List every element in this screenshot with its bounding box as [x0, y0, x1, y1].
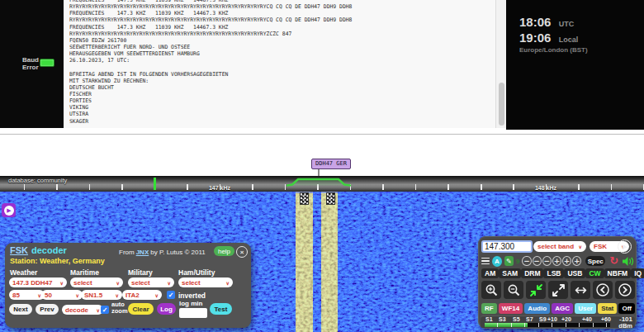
local-time: 19:06 — [519, 31, 551, 45]
plus-icon: + — [564, 258, 571, 265]
mode-button-usb[interactable]: USB — [564, 268, 585, 278]
bandwidth-minus-button[interactable]: − — [533, 256, 542, 266]
mode-button-iq[interactable]: IQ — [631, 268, 644, 278]
next-button[interactable]: Next — [9, 304, 32, 315]
zoom-to-signal-button[interactable] — [526, 281, 546, 299]
shift-value: 50 — [45, 292, 52, 299]
step-up-button[interactable] — [615, 281, 635, 299]
off-button[interactable]: Off — [618, 303, 635, 314]
console-scrollbar[interactable] — [495, 0, 507, 128]
receiver-control-panel: select band∨ FSK∨ ▶ A ✎ 9 − − − + + + Sp… — [478, 236, 637, 329]
start-receiver-button[interactable]: ▶ — [618, 240, 632, 254]
sdr-app-screen: Baud Error FREQUENCIES 147.3 KHZ 11039 K… — [0, 0, 644, 332]
mode-button-sam[interactable]: SAM — [499, 268, 521, 278]
fsk-link[interactable]: FSK — [10, 245, 28, 255]
log-min-input[interactable] — [179, 308, 207, 318]
bandwidth-minus-button[interactable]: − — [522, 256, 531, 266]
weather-station-select[interactable]: 147.3 DDH47∨ — [9, 277, 67, 287]
station-bookmark-tag[interactable]: DDH47 GER — [311, 159, 351, 169]
mode-button-drm[interactable]: DRM — [521, 268, 543, 278]
console-line: FREQUENCIES 147.3 KHZ 11039 KHZ 14467.3 … — [69, 24, 495, 31]
zoom-full-band-button[interactable] — [548, 281, 568, 299]
check-icon: ✓ — [168, 292, 174, 299]
maritime-station-select[interactable]: select∨ — [70, 277, 123, 287]
band-select[interactable]: select band∨ — [533, 241, 586, 252]
filter-select[interactable]: SN1.5∨ — [81, 290, 122, 300]
clear-button[interactable]: Clear — [128, 303, 154, 315]
chevron-down-icon: ∨ — [168, 280, 171, 286]
minus-icon: − — [523, 258, 530, 265]
chevron-down-icon: ∨ — [97, 307, 100, 313]
utc-time: 18:06 — [519, 15, 551, 29]
user-button[interactable]: User — [575, 303, 596, 314]
play-triangle-icon: ▶ — [7, 207, 11, 214]
waterfall-button[interactable]: WF14 — [499, 303, 523, 314]
inverted-label: inverted — [178, 292, 206, 300]
mode-button-cw[interactable]: CW — [585, 268, 604, 278]
ham-utility-select[interactable]: select∨ — [178, 277, 233, 287]
mode-button-lsb[interactable]: LSB — [543, 268, 564, 278]
console-scrollbar-thumb[interactable] — [499, 83, 504, 126]
console-line: 26.10.2023, 17 UTC: — [69, 57, 495, 64]
smeter-label: +20 — [561, 316, 571, 322]
baud-error-label: Baud Error — [22, 57, 39, 71]
passband-indicator[interactable] — [286, 177, 355, 187]
close-icon[interactable]: × — [236, 246, 248, 258]
mode-button-nbfm[interactable]: NBFM — [604, 268, 632, 278]
spectrum-toggle-button[interactable]: Spec — [585, 256, 605, 266]
test-button[interactable]: Test — [210, 303, 232, 315]
auto-mode-button[interactable]: A — [492, 256, 502, 267]
bandwidth-minus-button[interactable]: − — [542, 256, 552, 266]
signal-mark-flag-right[interactable] — [326, 192, 335, 205]
decode-mode-select[interactable]: decode∨ — [62, 305, 103, 315]
demodulator-value: FSK — [594, 243, 607, 250]
audio-button[interactable]: Audio — [524, 303, 550, 314]
console-line: FORTIES — [69, 97, 495, 104]
log-button[interactable]: Log — [157, 303, 176, 315]
agc-button[interactable]: AGC — [552, 303, 573, 314]
stat-button[interactable]: Stat — [598, 303, 617, 314]
pan-left-right-button[interactable] — [571, 281, 590, 299]
rf-button[interactable]: RF — [481, 303, 497, 314]
menu-icon[interactable] — [481, 258, 490, 265]
zoom-in-button[interactable] — [481, 281, 501, 299]
pencil-glyph: ✎ — [506, 258, 512, 265]
mute-refresh-icon[interactable]: ↻ — [609, 256, 618, 266]
bandwidth-plus-button[interactable]: + — [552, 256, 561, 266]
filter-value: SN1.5 — [84, 292, 102, 299]
step-down-button[interactable] — [593, 281, 613, 299]
smeter-label: S1 — [485, 316, 493, 322]
play-icon: ▶ — [4, 206, 14, 216]
prev-button[interactable]: Prev — [36, 304, 59, 315]
zoom-tool-row — [481, 281, 635, 299]
baud-error-led — [40, 59, 54, 67]
speaker-icon[interactable] — [622, 256, 634, 267]
military-station-select[interactable]: select∨ — [128, 277, 174, 287]
shift-select[interactable]: 50∨ — [41, 290, 83, 300]
waterfall-play-button[interactable]: ▶ — [2, 203, 16, 217]
smeter-label: +40 — [582, 316, 592, 322]
console-line: SEEWETTERBERICHT FUER NORD- UND OSTSEE — [69, 44, 495, 50]
chevron-down-icon: ∨ — [76, 292, 79, 298]
frequency-input[interactable] — [481, 240, 533, 253]
column-header-maritime: Maritime — [70, 268, 99, 277]
bandwidth-plus-button[interactable]: + — [562, 256, 571, 266]
inverted-checkbox[interactable]: ✓ — [167, 291, 175, 299]
frequency-scale[interactable]: database: community 147 kHz 148 kHz — [0, 176, 644, 192]
help-button[interactable]: help — [214, 246, 234, 256]
zoom-out-button[interactable] — [504, 281, 523, 299]
auto-zoom-checkbox[interactable]: ✓ — [101, 306, 109, 314]
jnx-link[interactable]: JNX — [136, 249, 149, 256]
decoded-text-console[interactable]: FREQUENCIES 147.3 KHZ 11039 KHZ 14467.3 … — [64, 0, 495, 128]
smeter-label: S7 — [526, 316, 533, 322]
bandwidth-plus-button[interactable]: + — [572, 256, 581, 266]
edit-pencil-icon[interactable]: ✎ — [504, 256, 514, 266]
mode-button-am[interactable]: AM — [481, 268, 499, 278]
alphabet-select[interactable]: ITA2∨ — [122, 290, 162, 300]
baud-rate-select[interactable]: 85∨ — [9, 290, 45, 300]
database-marker[interactable] — [154, 178, 156, 190]
utc-label: UTC — [559, 20, 575, 28]
signal-mark-flag-left[interactable] — [300, 192, 309, 205]
alphabet-value: ITA2 — [125, 292, 140, 299]
weather-station-value: 147.3 DDH47 — [12, 279, 52, 287]
